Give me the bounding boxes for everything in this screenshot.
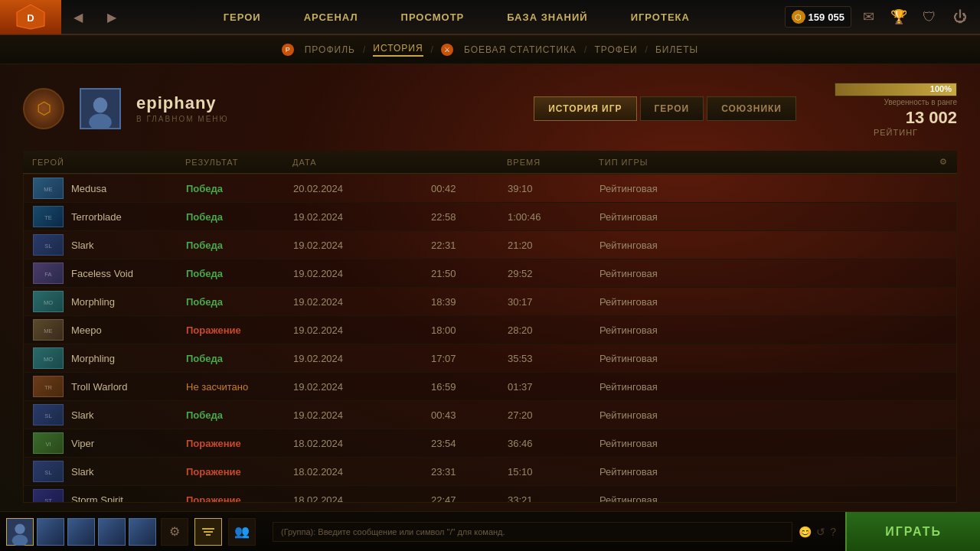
gametype-text: Рейтинговая: [599, 409, 658, 421]
hero-name: Terrorblade: [71, 211, 122, 223]
duration-text: 1:00:46: [508, 211, 541, 223]
breadcrumb-battle-stats[interactable]: БОЕВАЯ СТАТИСТИКА: [464, 44, 577, 55]
breadcrumb-tickets[interactable]: БИЛЕТЫ: [655, 44, 698, 55]
table-scroll[interactable]: ME Medusa Победа 20.02.2024 00:42 39:10 …: [23, 174, 957, 503]
svg-text:SL: SL: [44, 469, 51, 476]
emoji-icon[interactable]: 😊: [799, 526, 812, 538]
gametype-text: Рейтинговая: [599, 296, 658, 308]
nav-arsenal[interactable]: АРСЕНАЛ: [298, 8, 364, 26]
profile-avatar: [80, 88, 121, 129]
mail-icon[interactable]: ✉: [854, 3, 882, 31]
group-icon-btn[interactable]: 👥: [228, 518, 256, 546]
back-button[interactable]: ◀: [61, 0, 95, 34]
header-hero: ГЕРОЙ: [23, 151, 176, 174]
header-gametype: ТИП ИГРЫ: [590, 151, 930, 174]
bottom-slot-4[interactable]: [98, 518, 126, 546]
breadcrumb-trophies[interactable]: ТРОФЕИ: [594, 44, 637, 55]
hero-name: Slark: [71, 409, 94, 421]
tab-heroes[interactable]: ГЕРОИ: [640, 96, 704, 121]
table-row[interactable]: ME Meepo Поражение 19.02.2024 18:00 28:2…: [24, 316, 956, 344]
result-text: Победа: [186, 211, 223, 223]
breadcrumb-profile[interactable]: ПРОФИЛЬ: [305, 44, 355, 55]
bottom-slot-5[interactable]: [129, 518, 156, 546]
result-text: Победа: [186, 409, 223, 421]
date-text: 19.02.2024: [293, 240, 343, 251]
power-icon[interactable]: ⏻: [946, 3, 974, 31]
chat-input-wrap[interactable]: (Группа): Введите сообщение или символ "…: [273, 522, 792, 542]
hero-icon: ME: [33, 319, 64, 341]
hero-icon: SL: [33, 461, 64, 482]
refresh-icon[interactable]: ↺: [816, 526, 825, 538]
breadcrumb-sep-1: /: [363, 44, 365, 55]
hero-name: Viper: [71, 438, 94, 449]
table-row[interactable]: TE Terrorblade Победа 19.02.2024 22:58 1…: [24, 203, 956, 231]
header-settings[interactable]: ⚙: [930, 151, 957, 174]
tab-allies[interactable]: СОЮЗНИКИ: [707, 96, 796, 121]
table-row[interactable]: ME Medusa Победа 20.02.2024 00:42 39:10 …: [24, 174, 956, 203]
hero-icon: SL: [33, 234, 64, 256]
start-time-text: 00:42: [431, 183, 456, 194]
tab-match-history[interactable]: ИСТОРИЯ ИГР: [534, 96, 636, 121]
table-row[interactable]: SL Slark Поражение 18.02.2024 23:31 15:1…: [24, 458, 956, 486]
table-row[interactable]: SL Slark Победа 19.02.2024 00:43 27:20 Р…: [24, 401, 956, 429]
date-text: 18.02.2024: [293, 466, 343, 478]
currency-value2: 055: [828, 11, 844, 23]
table-row[interactable]: TR Troll Warlord Не засчитано 19.02.2024…: [24, 373, 956, 401]
help-icon[interactable]: ?: [830, 526, 836, 538]
confidence-label: Уверенность в ранге: [835, 98, 957, 106]
hero-icon: FA: [33, 262, 64, 284]
gametype-text: Рейтинговая: [599, 324, 658, 336]
table-row[interactable]: VI Viper Поражение 18.02.2024 23:54 36:4…: [24, 429, 956, 458]
date-text: 18.02.2024: [293, 494, 343, 503]
filter-icon-btn[interactable]: [194, 518, 222, 546]
table-row[interactable]: FA Faceless Void Победа 19.02.2024 21:50…: [24, 259, 956, 288]
duration-text: 15:10: [508, 466, 533, 478]
bottom-slot-2[interactable]: [37, 518, 64, 546]
header-start-time: [421, 151, 498, 174]
trophy-icon[interactable]: 🏆: [885, 3, 913, 31]
start-time-text: 22:31: [431, 240, 456, 251]
result-text: Победа: [186, 296, 223, 308]
play-button[interactable]: ИГРАТЬ: [845, 512, 980, 552]
start-time-text: 23:54: [431, 438, 456, 449]
gametype-text: Рейтинговая: [599, 353, 658, 364]
result-text: Поражение: [186, 324, 241, 336]
start-time-text: 23:31: [431, 466, 456, 478]
table-row[interactable]: MO Morphling Победа 19.02.2024 17:07 35:…: [24, 344, 956, 373]
hero-icon: VI: [33, 432, 64, 454]
svg-text:SL: SL: [44, 412, 51, 419]
settings-icon-btn[interactable]: ⚙: [161, 518, 188, 546]
table-row[interactable]: SL Slark Победа 19.02.2024 22:31 21:20 Р…: [24, 231, 956, 259]
chat-placeholder: (Группа): Введите сообщение или символ "…: [281, 527, 505, 536]
game-table-body: ME Medusa Победа 20.02.2024 00:42 39:10 …: [24, 174, 956, 503]
date-text: 19.02.2024: [293, 211, 343, 223]
rating-box: 100% Уверенность в ранге 13 002 Рейтинг: [835, 80, 957, 137]
bottom-slot-3[interactable]: [67, 518, 95, 546]
bottom-avatar-main[interactable]: [6, 518, 34, 546]
nav-knowledge[interactable]: БАЗА ЗНАНИЙ: [501, 8, 593, 26]
dota-logo[interactable]: D: [0, 0, 61, 34]
date-text: 18.02.2024: [293, 438, 343, 449]
table-row[interactable]: MO Morphling Победа 19.02.2024 18:39 30:…: [24, 288, 956, 316]
forward-button[interactable]: ▶: [95, 0, 129, 34]
svg-text:MO: MO: [44, 299, 53, 306]
gametype-text: Рейтинговая: [599, 438, 658, 449]
breadcrumb-sep-4: /: [645, 44, 648, 55]
nav-heroes[interactable]: ГЕРОИ: [217, 8, 267, 26]
result-text: Поражение: [186, 438, 241, 449]
nav-links: ГЕРОИ АРСЕНАЛ ПРОСМОТР БАЗА ЗНАНИЙ ИГРОТ…: [129, 8, 785, 26]
start-time-text: 16:59: [431, 381, 456, 393]
rating-value: 13 002: [906, 108, 957, 128]
table-row[interactable]: ST Storm Spirit Поражение 18.02.2024 22:…: [24, 486, 956, 503]
breadcrumb-history[interactable]: ИСТОРИЯ: [373, 43, 423, 57]
nav-watch[interactable]: ПРОСМОТР: [395, 8, 471, 26]
hero-icon: MO: [33, 347, 64, 369]
svg-rect-38: [202, 528, 214, 530]
breadcrumb-sep-3: /: [584, 44, 586, 55]
hero-name: Storm Spirit: [71, 494, 123, 504]
hero-name: Medusa: [71, 183, 106, 194]
rank-badge: ⬡: [23, 88, 64, 129]
nav-gamestore[interactable]: ИГРОТЕКА: [625, 8, 696, 26]
hero-name: Slark: [71, 466, 94, 478]
shield-icon[interactable]: 🛡: [916, 3, 943, 31]
